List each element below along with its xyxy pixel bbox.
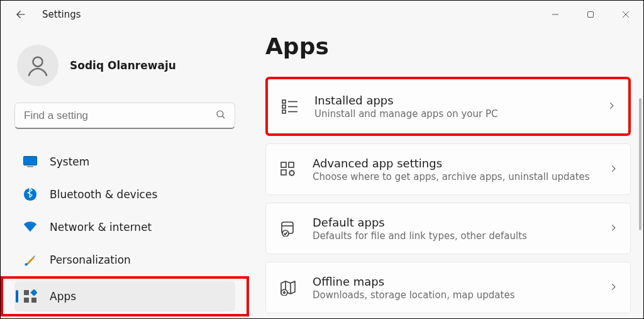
card-title: Default apps — [313, 216, 609, 229]
svg-rect-16 — [282, 100, 286, 103]
maximize-button[interactable] — [573, 3, 608, 26]
svg-point-5 — [33, 57, 43, 67]
chevron-right-icon — [609, 223, 618, 235]
settings-card-list: Installed apps Uninstall and manage apps… — [265, 77, 631, 313]
sidebar-item-label: System — [50, 155, 89, 168]
advanced-settings-icon — [279, 160, 297, 179]
window-controls — [538, 3, 643, 26]
profile[interactable]: Sodiq Olanrewaju — [17, 45, 235, 86]
card-subtitle: Defaults for file and link types, other … — [313, 230, 609, 242]
svg-line-7 — [222, 116, 225, 118]
card-subtitle: Choose where to get apps, archive apps, … — [313, 171, 609, 182]
svg-rect-8 — [24, 157, 37, 165]
search-input[interactable] — [14, 103, 235, 129]
sidebar-item-label: Apps — [50, 290, 76, 303]
svg-rect-15 — [31, 298, 36, 303]
card-subtitle: Downloads, storage location, map updates — [313, 289, 609, 301]
apps-icon — [23, 289, 37, 303]
sidebar-item-personalization[interactable]: Personalization — [14, 245, 235, 275]
svg-rect-22 — [281, 162, 286, 167]
sidebar-item-label: Network & internet — [50, 221, 152, 233]
system-icon — [23, 155, 37, 169]
nav-list: System Bluetooth & devices Network & int… — [14, 145, 235, 316]
page-title: Apps — [265, 33, 631, 59]
scrollbar[interactable] — [639, 98, 641, 312]
svg-rect-13 — [30, 289, 37, 296]
sidebar-item-system[interactable]: System — [14, 147, 235, 177]
sidebar-item-network[interactable]: Network & internet — [14, 212, 235, 242]
chevron-right-icon — [609, 282, 618, 294]
card-title: Offline maps — [313, 275, 609, 288]
personalization-icon — [23, 253, 37, 267]
svg-rect-24 — [281, 170, 286, 175]
card-title: Advanced app settings — [313, 157, 609, 170]
main-content: Apps Installed apps Uninstall and manage… — [249, 28, 643, 318]
avatar — [17, 45, 58, 86]
svg-rect-12 — [24, 290, 29, 295]
installed-apps-icon — [280, 97, 299, 116]
chevron-right-icon — [609, 164, 618, 176]
sidebar-item-bluetooth[interactable]: Bluetooth & devices — [14, 179, 235, 210]
svg-rect-18 — [282, 110, 286, 113]
chevron-right-icon — [607, 101, 616, 113]
highlight-apps-nav: Apps — [1, 276, 249, 316]
scrollbar-thumb[interactable] — [639, 98, 641, 230]
sidebar-item-label: Personalization — [50, 254, 131, 266]
card-default-apps[interactable]: Default apps Defaults for file and link … — [265, 203, 631, 254]
minimize-button[interactable] — [538, 3, 573, 26]
bluetooth-icon — [23, 187, 37, 201]
profile-name: Sodiq Olanrewaju — [70, 59, 176, 72]
sidebar-item-apps[interactable]: Apps — [14, 281, 235, 311]
titlebar: Settings — [1, 1, 643, 28]
svg-point-11 — [25, 263, 27, 266]
card-title: Installed apps — [314, 94, 607, 107]
svg-rect-17 — [282, 105, 286, 108]
default-apps-icon — [279, 219, 297, 238]
svg-rect-9 — [27, 166, 33, 167]
card-installed-apps[interactable]: Installed apps Uninstall and manage apps… — [265, 77, 631, 136]
svg-rect-2 — [588, 12, 594, 18]
window-title: Settings — [42, 9, 81, 20]
back-button[interactable] — [14, 8, 27, 21]
close-button[interactable] — [608, 3, 643, 26]
card-subtitle: Uninstall and manage apps on your PC — [314, 108, 607, 120]
svg-point-6 — [217, 111, 223, 117]
search-box[interactable] — [14, 103, 235, 129]
offline-maps-icon — [279, 278, 297, 297]
card-advanced-app-settings[interactable]: Advanced app settings Choose where to ge… — [265, 143, 631, 195]
svg-rect-23 — [289, 162, 294, 167]
svg-rect-14 — [24, 298, 29, 303]
sidebar: Sodiq Olanrewaju System Bluetooth & devi… — [1, 28, 249, 318]
svg-point-25 — [290, 171, 294, 176]
search-icon — [215, 109, 226, 123]
sidebar-item-label: Bluetooth & devices — [50, 188, 157, 201]
network-icon — [23, 220, 37, 234]
card-offline-maps[interactable]: Offline maps Downloads, storage location… — [265, 262, 631, 313]
